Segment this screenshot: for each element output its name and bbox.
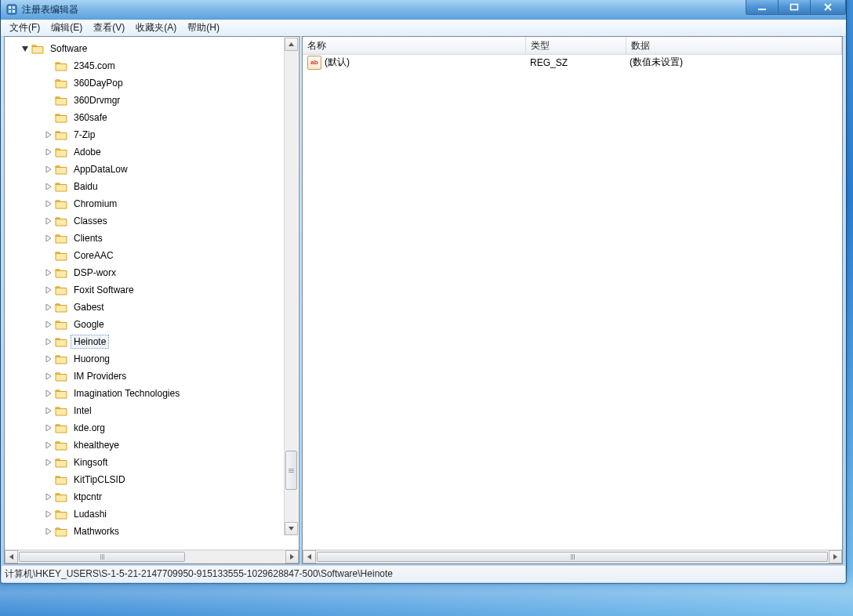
col-name[interactable]: 名称	[303, 37, 526, 54]
expander-icon[interactable]	[44, 216, 53, 226]
maximize-button[interactable]	[778, 0, 811, 15]
titlebar[interactable]: 注册表编辑器	[1, 0, 846, 20]
tree-node[interactable]: Baidu	[5, 178, 299, 195]
expander-icon[interactable]	[44, 268, 53, 277]
tree-node[interactable]: Ludashi	[5, 505, 299, 523]
scroll-up-button[interactable]	[285, 38, 298, 51]
scroll-left-button[interactable]	[5, 550, 18, 563]
col-type[interactable]: 类型	[526, 37, 626, 54]
values-hscrollbar[interactable]	[303, 549, 842, 563]
string-value-icon: ab	[307, 56, 321, 70]
expander-icon[interactable]	[44, 527, 53, 536]
tree-label: 360DayPop	[71, 76, 126, 90]
expander-icon[interactable]	[44, 199, 53, 208]
scroll-right-button[interactable]	[285, 550, 299, 563]
expander-icon[interactable]	[44, 423, 53, 433]
tree-vscrollbar[interactable]	[284, 38, 298, 535]
regedit-window: 注册表编辑器 文件(F) 编辑(E) 查看(V) 收藏	[0, 0, 847, 584]
svg-marker-30	[46, 511, 51, 517]
tree-node[interactable]: 360DayPop	[5, 74, 299, 92]
values-list[interactable]: ab(默认)REG_SZ(数值未设置)	[303, 55, 842, 549]
tree-node[interactable]: ktpcntr	[5, 488, 299, 505]
tree-node[interactable]: Adobe	[5, 143, 299, 161]
tree-node[interactable]: KitTipCLSID	[5, 471, 299, 488]
tree-node[interactable]: CoreAAC	[5, 247, 299, 264]
svg-marker-28	[46, 459, 51, 466]
expander-icon[interactable]	[44, 389, 53, 398]
tree-hscrollbar[interactable]	[5, 549, 299, 563]
tree-node[interactable]: Heinote	[5, 333, 299, 350]
expander-icon[interactable]	[44, 509, 53, 519]
folder-icon	[55, 336, 67, 347]
folder-icon	[55, 164, 67, 175]
tree-node[interactable]: Foxit Software	[5, 281, 299, 299]
scroll-thumb[interactable]	[19, 552, 185, 562]
registry-tree[interactable]: Software2345.com360DayPop360Drvmgr360saf…	[5, 37, 299, 549]
scroll-thumb[interactable]	[285, 451, 297, 490]
scroll-left-button[interactable]	[303, 550, 316, 563]
svg-marker-27	[46, 442, 51, 448]
expander-icon[interactable]	[20, 44, 30, 53]
svg-rect-2	[13, 6, 15, 9]
menu-file[interactable]: 文件(F)	[4, 20, 45, 36]
scroll-thumb[interactable]	[317, 552, 828, 562]
tree-node[interactable]: Kingsoft	[5, 454, 299, 471]
menu-view[interactable]: 查看(V)	[88, 20, 130, 36]
tree-node[interactable]: Imagination Technologies	[5, 385, 299, 402]
expander-icon[interactable]	[44, 440, 53, 450]
tree-node[interactable]: AppDataLow	[5, 161, 299, 178]
regedit-app-icon	[5, 3, 18, 16]
expander-icon[interactable]	[44, 320, 53, 329]
tree-node-software[interactable]: Software	[5, 40, 299, 57]
folder-icon	[55, 457, 67, 468]
expander-icon[interactable]	[44, 285, 53, 295]
menu-help[interactable]: 帮助(H)	[182, 20, 225, 36]
expander-icon[interactable]	[44, 234, 53, 243]
svg-marker-17	[46, 270, 51, 276]
scroll-track[interactable]	[316, 550, 829, 563]
menu-favorites[interactable]: 收藏夹(A)	[130, 20, 182, 36]
col-data[interactable]: 数据	[626, 37, 842, 54]
scroll-down-button[interactable]	[285, 522, 298, 535]
expander-icon[interactable]	[44, 130, 53, 140]
tree-node[interactable]: Chromium	[5, 195, 299, 212]
folder-icon	[55, 302, 67, 313]
tree-node[interactable]: IM Providers	[5, 368, 299, 385]
expander-icon[interactable]	[44, 406, 53, 415]
close-button[interactable]	[810, 0, 846, 15]
expander-icon[interactable]	[44, 492, 53, 502]
expander-icon[interactable]	[44, 354, 53, 364]
tree-node[interactable]: Classes	[5, 212, 299, 230]
expander-icon[interactable]	[44, 458, 53, 467]
expander-icon[interactable]	[44, 337, 53, 346]
tree-node[interactable]: Clients	[5, 230, 299, 247]
tree-label: Google	[71, 317, 107, 332]
svg-marker-16	[46, 235, 51, 241]
tree-node[interactable]: khealtheye	[5, 437, 299, 454]
tree-node[interactable]: Intel	[5, 402, 299, 419]
expander-icon[interactable]	[44, 371, 53, 381]
menu-edit[interactable]: 编辑(E)	[45, 20, 88, 36]
scroll-right-button[interactable]	[829, 550, 842, 563]
expander-icon[interactable]	[44, 303, 53, 312]
value-row[interactable]: ab(默认)REG_SZ(数值未设置)	[303, 55, 842, 70]
expander-icon[interactable]	[44, 165, 53, 174]
minimize-button[interactable]	[746, 0, 779, 15]
tree-node[interactable]: 2345.com	[5, 57, 299, 74]
scroll-track[interactable]	[18, 550, 285, 563]
tree-node[interactable]: 360Drvmgr	[5, 92, 299, 109]
tree-node[interactable]: Gabest	[5, 299, 299, 316]
svg-marker-18	[46, 287, 51, 293]
tree-node[interactable]: kde.org	[5, 419, 299, 437]
tree-label: Baidu	[71, 179, 101, 194]
folder-icon	[55, 95, 67, 106]
expander-icon[interactable]	[44, 147, 53, 157]
tree-node[interactable]: 360safe	[5, 109, 299, 126]
tree-node[interactable]: DSP-worx	[5, 264, 299, 281]
tree-node[interactable]: Huorong	[5, 350, 299, 368]
tree-node[interactable]: Google	[5, 316, 299, 333]
expander-icon[interactable]	[44, 182, 53, 191]
tree-node[interactable]: Mathworks	[5, 523, 299, 540]
scroll-track[interactable]	[285, 51, 298, 522]
tree-node[interactable]: 7-Zip	[5, 126, 299, 143]
